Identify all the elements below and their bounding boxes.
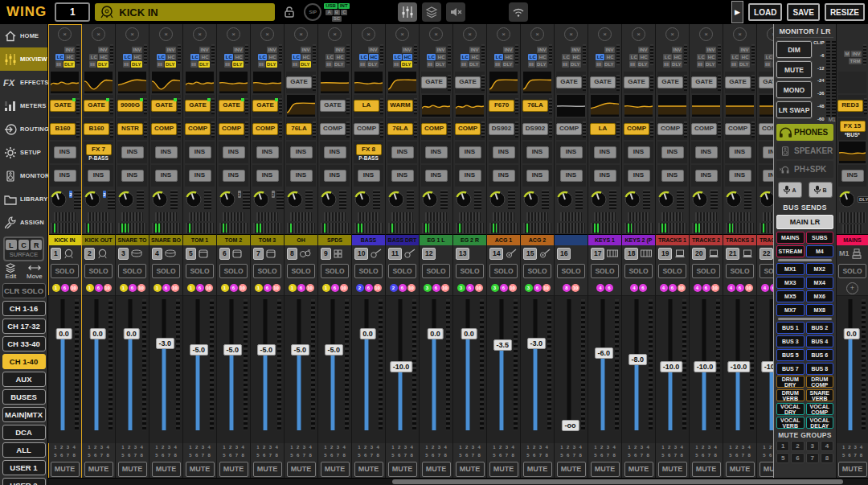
ds902-button[interactable]: DS902 xyxy=(489,123,514,135)
gain-knob[interactable] xyxy=(50,191,68,208)
mute-group-6-button[interactable]: 6 xyxy=(791,453,804,463)
eq-curve-display[interactable] xyxy=(489,72,518,93)
sip-button[interactable]: SIP xyxy=(304,3,321,21)
fader[interactable]: -10.0 xyxy=(757,295,773,443)
channel-source-icon[interactable]: × xyxy=(294,27,308,41)
monitor-output-speaker[interactable]: SPEAKER xyxy=(776,142,833,159)
gain-knob[interactable] xyxy=(489,191,506,208)
comp-button[interactable]: COMP xyxy=(219,123,244,135)
sidebar-item-effects[interactable]: FXEFFECTS xyxy=(0,71,47,94)
gain-knob[interactable] xyxy=(759,191,773,208)
solo-button[interactable]: SOLO xyxy=(186,264,214,278)
monitor-mute-button[interactable]: MUTE xyxy=(776,61,812,78)
mute-button[interactable]: MUTE xyxy=(219,462,248,477)
fader[interactable]: -10.0 xyxy=(386,295,419,443)
insert-button[interactable]: INS xyxy=(560,170,583,182)
gate-button[interactable]: GATE xyxy=(556,76,582,88)
fader[interactable]: -10.0 xyxy=(690,295,723,443)
layer-button-user-2[interactable]: USER 2 xyxy=(2,478,46,485)
channel-name[interactable]: TRACKS 4 xyxy=(757,234,773,245)
send-button-mx1[interactable]: MX1 xyxy=(776,263,805,275)
la-button[interactable]: LA xyxy=(590,123,616,135)
mute-button[interactable]: MUTE xyxy=(523,462,552,477)
send-button-bus-1[interactable]: BUS 1 xyxy=(776,322,805,334)
channel-name[interactable]: SNARE BO xyxy=(149,234,182,245)
send-button-mains[interactable]: MAINS xyxy=(776,232,805,244)
fader[interactable]: -5.0 xyxy=(285,295,317,443)
solo-button[interactable]: SOLO xyxy=(422,264,450,278)
insert-button[interactable]: INS xyxy=(493,170,515,182)
send-button-bus-8[interactable]: BUS 8 xyxy=(806,363,834,375)
mute-button[interactable]: MUTE xyxy=(287,462,316,477)
fader[interactable]: 0.0 xyxy=(837,295,868,443)
insert-button[interactable]: INS xyxy=(54,146,76,158)
gain-knob[interactable] xyxy=(185,191,203,208)
channel-name[interactable]: KICK OUT xyxy=(82,234,115,245)
insert-button[interactable]: INS xyxy=(628,170,650,182)
eq-curve-display[interactable] xyxy=(219,72,248,93)
eq-curve-display[interactable] xyxy=(624,95,653,117)
insert-button[interactable]: INS xyxy=(459,146,481,158)
solo-button[interactable]: SOLO xyxy=(219,264,248,278)
resize-button[interactable]: RESIZE xyxy=(825,3,865,21)
gate-button[interactable]: GATE xyxy=(759,76,773,88)
gate-button[interactable]: GATE xyxy=(725,76,751,88)
monitor-output-phspk[interactable]: PH+SPK xyxy=(776,161,833,178)
main-name[interactable]: MAINS xyxy=(837,234,868,245)
insert-button[interactable]: INS xyxy=(628,146,650,158)
comp-button[interactable]: COMP xyxy=(151,123,177,135)
channel-source-icon[interactable]: × xyxy=(463,27,477,41)
solo-button[interactable]: SOLO xyxy=(692,264,720,278)
solo-button[interactable]: SOLO xyxy=(388,264,416,278)
sidebar-item-monitor[interactable]: MONITOR xyxy=(0,164,47,187)
send-button-subs[interactable]: SUBS xyxy=(806,232,834,244)
eq-curve-display[interactable] xyxy=(152,72,180,93)
send-button-bus-6[interactable]: BUS 6 xyxy=(806,349,834,361)
gate-button[interactable]: GATE xyxy=(421,76,447,88)
channel-source-icon[interactable]: × xyxy=(632,27,645,41)
insert-button[interactable]: INS xyxy=(88,170,110,182)
mute-button[interactable]: MUTE xyxy=(760,462,774,477)
eq-curve-display[interactable] xyxy=(523,72,551,93)
channel-source-icon[interactable]: × xyxy=(395,27,409,41)
solo-button[interactable]: SOLO xyxy=(726,264,754,278)
monitor-lr-swap-button[interactable]: LR SWAP xyxy=(776,101,812,118)
solo-button[interactable]: SOLO xyxy=(489,264,518,278)
fader[interactable]: -8.0 xyxy=(622,295,655,443)
fader[interactable]: 0.0 xyxy=(48,295,81,443)
edit-button[interactable]: Edit xyxy=(5,263,16,280)
send-button-vocal-delay[interactable]: VOCAL DELAY xyxy=(806,417,834,429)
layer-button-clr-solo[interactable]: CLR SOLO xyxy=(2,283,46,298)
insert-button[interactable]: INS xyxy=(763,170,774,182)
talkback-b-button[interactable]: B xyxy=(809,182,833,198)
mute-button[interactable]: MUTE xyxy=(118,462,147,477)
mute-button[interactable]: MUTE xyxy=(84,462,113,477)
insert-button[interactable]: INS xyxy=(594,170,616,182)
comp-button[interactable]: COMP xyxy=(556,123,582,135)
gate-button[interactable]: GATE xyxy=(50,100,76,112)
comp-button[interactable]: COMP xyxy=(759,123,773,135)
layer-button-main-mtx[interactable]: MAIN|MTX xyxy=(2,407,46,422)
insert-button[interactable]: INS xyxy=(290,170,313,182)
insert-button[interactable]: INS xyxy=(526,170,549,182)
fx-button[interactable]: FX 15 xyxy=(840,121,866,133)
solo-button[interactable]: SOLO xyxy=(118,264,146,278)
send-button-vocal-dry[interactable]: VOCAL DRY xyxy=(776,403,805,415)
insert-button[interactable]: INS xyxy=(324,146,346,158)
insert-button[interactable]: INS xyxy=(459,170,481,182)
channel-name[interactable]: KEYS 1 xyxy=(588,234,621,245)
channel-name[interactable]: KEYS 2 (P xyxy=(622,234,655,245)
76la-button[interactable]: 76LA xyxy=(522,100,548,112)
solo-button[interactable]: SOLO xyxy=(624,264,653,278)
fader[interactable]: -5.0 xyxy=(183,295,216,443)
insert-button[interactable]: INS xyxy=(155,170,178,182)
76la-button[interactable]: 76LA xyxy=(286,123,312,135)
sidebar-item-routing[interactable]: ROUTING xyxy=(0,117,47,141)
layer-button-user-1[interactable]: USER 1 xyxy=(2,460,46,475)
channel-source-icon[interactable]: × xyxy=(733,27,747,41)
channel-name[interactable]: TRACKS 3 xyxy=(723,234,756,245)
eq-curve-display[interactable] xyxy=(354,72,383,93)
surface-key-r[interactable]: R xyxy=(31,240,42,250)
mute-group-4-button[interactable]: 4 xyxy=(821,441,833,451)
solo-button[interactable]: SOLO xyxy=(591,264,619,278)
